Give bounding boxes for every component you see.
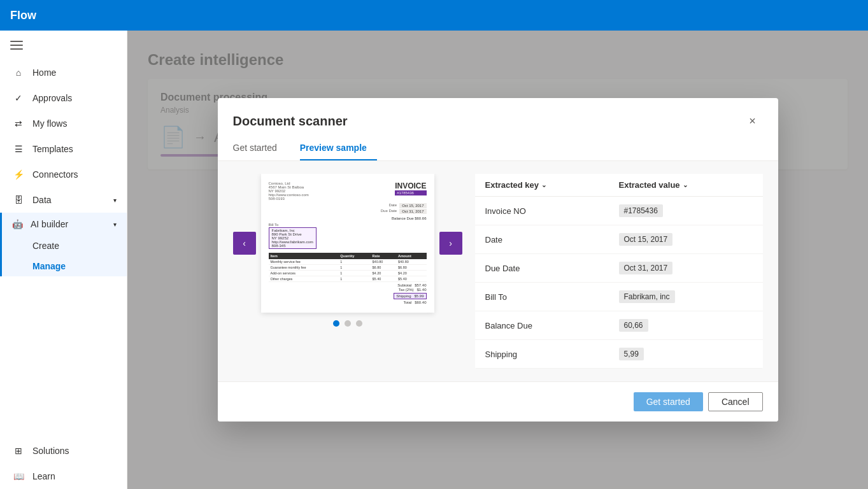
sidebar-label-learn: Learn <box>32 471 55 481</box>
extracted-rows: Invoice NO #1785436 Date Oct 15, 2017 Du… <box>475 197 763 369</box>
inv-col-amount: Amount <box>396 253 427 259</box>
hamburger-button[interactable] <box>0 31 127 60</box>
inv-balance: Balance Due $60.66 <box>269 216 427 220</box>
sidebar-item-solutions[interactable]: ⊞ Solutions <box>0 438 127 464</box>
extracted-data-panel: Extracted key ⌄ Extracted value ⌄ <box>475 174 763 369</box>
value-date: Oct 15, 2017 <box>619 233 753 246</box>
inv-badge: #1785436 <box>395 190 426 195</box>
carousel-prev-button[interactable]: ‹ <box>233 232 256 255</box>
learn-icon: 📖 <box>12 470 25 483</box>
tab-get-started[interactable]: Get started <box>233 136 287 160</box>
cancel-button[interactable]: Cancel <box>708 392 763 411</box>
sidebar-label-solutions: Solutions <box>32 446 69 456</box>
invoice-preview: Contoso, Ltd 4567 Main St Balboa NY 9920… <box>261 174 434 313</box>
overlay: Document scanner × Get started Preview s… <box>127 31 868 489</box>
invoice-carousel: ‹ Contoso, Ltd 4567 Main St Balboa NY 99… <box>233 174 462 313</box>
inv-col-qty: Quantity <box>338 253 370 259</box>
extracted-row-shipping: Shipping 5,99 <box>475 340 763 369</box>
badge-invoice-no: #1785436 <box>619 204 663 217</box>
badge-bill-to: Fabrikam, inc <box>619 290 675 303</box>
inv-bill-to-label: Bill To <box>269 223 427 227</box>
inv-table-header: Item Quantity Rate Amount <box>269 253 427 259</box>
main-layout: ⌂ Home ✓ Approvals ⇄ My flows ☰ Template… <box>0 31 868 489</box>
sidebar-item-approvals[interactable]: ✓ Approvals <box>0 85 127 111</box>
inv-date-label: Date <box>388 203 397 208</box>
sidebar-item-my-flows[interactable]: ⇄ My flows <box>0 111 127 136</box>
key-sort-icon: ⌄ <box>541 181 546 188</box>
connectors-icon: ⚡ <box>12 168 25 181</box>
value-balance-due: 60,66 <box>619 319 753 332</box>
badge-balance-due: 60,66 <box>619 319 648 332</box>
get-started-button[interactable]: Get started <box>634 392 703 411</box>
dialog-footer: Get started Cancel <box>218 381 778 422</box>
data-chevron-icon: ▾ <box>113 197 117 204</box>
sidebar-item-home[interactable]: ⌂ Home <box>0 60 127 85</box>
carousel-next-button[interactable]: › <box>439 232 462 255</box>
table-row: Add-on services1$4.20$4.20 <box>269 271 427 276</box>
inv-due-label: Due Date <box>381 209 397 214</box>
app-title: Flow <box>10 9 36 22</box>
carousel-dots <box>333 320 362 327</box>
sidebar-item-learn[interactable]: 📖 Learn <box>0 464 127 489</box>
templates-icon: ☰ <box>12 143 25 155</box>
inv-col-item: Item <box>269 253 339 259</box>
sidebar-sub-create[interactable]: Create <box>32 236 127 256</box>
ai-builder-subnav: Create Manage <box>2 236 127 276</box>
sidebar-label-my-flows: My flows <box>32 118 67 129</box>
inv-header: Contoso, Ltd 4567 Main St Balboa NY 9920… <box>269 181 427 201</box>
sidebar-label-templates: Templates <box>32 144 73 154</box>
dialog-title: Document scanner <box>233 114 348 129</box>
inv-bill-phone: 808-345 <box>272 244 313 248</box>
data-icon: 🗄 <box>12 194 25 206</box>
inv-title: INVOICE <box>395 181 426 190</box>
badge-due-date: Oct 31, 2017 <box>619 262 673 274</box>
extracted-header: Extracted key ⌄ Extracted value ⌄ <box>475 174 763 197</box>
sidebar-item-templates[interactable]: ☰ Templates <box>0 136 127 162</box>
badge-date: Oct 15, 2017 <box>619 233 673 246</box>
key-bill-to: Bill To <box>485 292 619 302</box>
ai-chevron-icon: ▾ <box>113 221 117 228</box>
carousel-dot-1[interactable] <box>333 320 339 327</box>
inv-due-val: Oct 31, 2017 <box>399 209 426 214</box>
dialog-body: ‹ Contoso, Ltd 4567 Main St Balboa NY 99… <box>218 161 778 381</box>
dialog: Document scanner × Get started Preview s… <box>218 98 778 422</box>
key-due-date: Due Date <box>485 264 619 273</box>
ai-builder-header[interactable]: 🤖 AI builder ▾ <box>2 213 127 236</box>
inv-due-row: Due Date Oct 31, 2017 <box>269 209 427 214</box>
approvals-icon: ✓ <box>12 92 25 104</box>
carousel-dot-3[interactable] <box>356 320 362 327</box>
key-date: Date <box>485 235 619 244</box>
value-shipping: 5,99 <box>619 348 753 360</box>
sidebar-item-ai-builder[interactable]: 🤖 AI builder ▾ Create Manage <box>0 213 127 276</box>
value-sort-icon: ⌄ <box>683 181 688 188</box>
inv-bill-section: Bill To Fabrikam, Inc 890 Park St Drive … <box>269 223 427 249</box>
tab-preview-sample[interactable]: Preview sample <box>300 136 377 160</box>
extracted-key-label: Extracted key <box>485 180 539 190</box>
value-due-date: Oct 31, 2017 <box>619 262 753 274</box>
inv-totals: Subtotal $57.40 Tax (2%) $1.40 Shipping … <box>269 283 427 304</box>
inv-table: Item Quantity Rate Amount Monthly servic… <box>269 253 427 282</box>
invoice-carousel-wrapper: ‹ Contoso, Ltd 4567 Main St Balboa NY 99… <box>233 174 462 369</box>
sidebar: ⌂ Home ✓ Approvals ⇄ My flows ☰ Template… <box>0 31 127 489</box>
inv-balance-label: Balance Due <box>392 216 413 220</box>
sidebar-label-home: Home <box>32 67 56 78</box>
key-invoice-no: Invoice NO <box>485 206 619 216</box>
sidebar-item-connectors[interactable]: ⚡ Connectors <box>0 162 127 187</box>
carousel-dot-2[interactable] <box>345 320 351 327</box>
solutions-icon: ⊞ <box>12 444 25 457</box>
home-icon: ⌂ <box>12 66 25 79</box>
table-row: Guarantee monthly fee1$6.80$6.80 <box>269 265 427 271</box>
value-bill-to: Fabrikam, inc <box>619 290 753 303</box>
sidebar-item-data[interactable]: 🗄 Data ▾ <box>0 187 127 213</box>
sidebar-sub-manage[interactable]: Manage <box>32 256 127 276</box>
sidebar-nav: ⌂ Home ✓ Approvals ⇄ My flows ☰ Template… <box>0 60 127 489</box>
inv-date-row: Date Oct 15, 2017 <box>269 203 427 208</box>
dialog-header: Document scanner × <box>218 98 778 131</box>
extracted-row-invoice-no: Invoice NO #1785436 <box>475 197 763 225</box>
dialog-close-button[interactable]: × <box>743 111 763 131</box>
extracted-row-date: Date Oct 15, 2017 <box>475 225 763 254</box>
sidebar-label-connectors: Connectors <box>32 169 78 180</box>
preview-content: ‹ Contoso, Ltd 4567 Main St Balboa NY 99… <box>233 174 763 369</box>
table-row: Monthly service fee1$40.80$40.80 <box>269 259 427 265</box>
content-area: Create intelligence Document processing … <box>127 31 868 489</box>
